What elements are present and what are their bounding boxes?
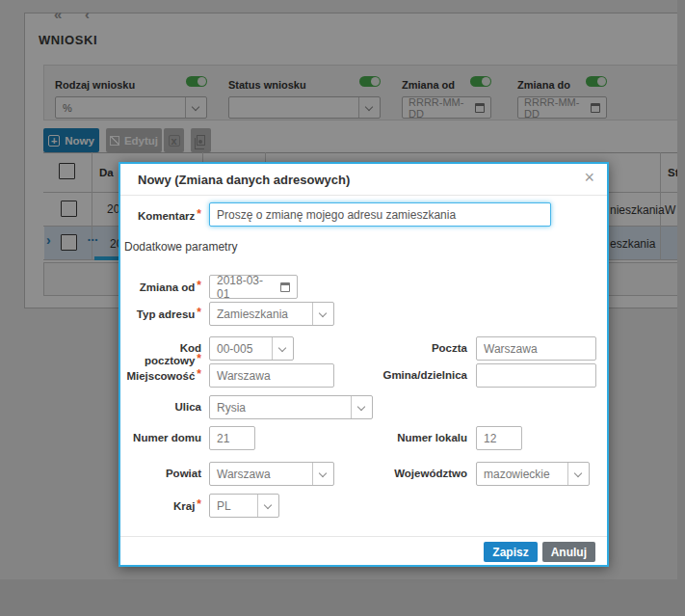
field-label-kraj: Kraj* xyxy=(120,499,201,513)
field-label-numer-domu: Numer domu xyxy=(120,432,201,443)
divider xyxy=(120,536,607,537)
field-label-numer-lokalu: Numer lokalu xyxy=(347,432,467,443)
field-label-ulica: Ulica xyxy=(120,401,201,413)
chevron-down-icon[interactable] xyxy=(351,396,372,418)
zmiana-od-date-field[interactable]: 2018-03-01 xyxy=(209,275,298,299)
gmina-input[interactable] xyxy=(476,363,596,388)
dialog-footer: Zapisz Anuluj xyxy=(484,542,595,562)
date-value: 2018-03-01 xyxy=(217,274,276,301)
field-label-miejscowosc: Miejscowość* xyxy=(120,369,201,383)
field-label-gmina: Gmina/dzielnica xyxy=(347,369,467,381)
calendar-icon[interactable] xyxy=(280,282,290,292)
field-label-poczta: Poczta xyxy=(347,342,467,354)
field-label-powiat: Powiat xyxy=(120,468,201,479)
powiat-select[interactable]: Warszawa xyxy=(209,462,334,486)
miejscowosc-input[interactable] xyxy=(209,363,334,388)
field-label-wojewodztwo: Województwo xyxy=(347,468,467,479)
chevron-down-icon[interactable] xyxy=(312,303,333,325)
numer-lokalu-input[interactable] xyxy=(476,426,522,450)
chevron-down-icon[interactable] xyxy=(257,495,278,517)
required-marker: * xyxy=(197,207,201,221)
ulica-select[interactable]: Rysia xyxy=(209,395,373,419)
select-value: mazowieckie xyxy=(477,463,567,485)
new-address-change-dialog: Nowy (Zmiana danych adresowych) × Koment… xyxy=(119,162,609,567)
required-marker: * xyxy=(197,367,201,381)
field-label-kod-pocztowy: Kod pocztowy* xyxy=(120,342,201,367)
kraj-select[interactable]: PL xyxy=(209,494,279,518)
typ-adresu-select[interactable]: Zamieszkania xyxy=(209,302,334,326)
select-value: PL xyxy=(210,495,257,517)
select-value: Zamieszkania xyxy=(210,303,312,325)
divider xyxy=(120,195,607,196)
cancel-button[interactable]: Anuluj xyxy=(542,542,595,562)
save-button[interactable]: Zapisz xyxy=(484,542,537,562)
numer-domu-input[interactable] xyxy=(209,426,255,450)
select-value: Warszawa xyxy=(210,463,312,485)
komentarz-input[interactable] xyxy=(209,202,551,227)
select-value: 00-005 xyxy=(210,337,272,360)
required-marker: * xyxy=(197,279,201,292)
select-value: Rysia xyxy=(210,396,351,418)
poczta-input[interactable] xyxy=(476,336,596,361)
field-label-komentarz: Komentarz* xyxy=(120,209,201,223)
chevron-down-icon[interactable] xyxy=(312,463,333,485)
required-marker: * xyxy=(197,352,201,365)
section-label: Dodatkowe parametry xyxy=(124,240,237,254)
app-screen: WNIOSKI Rodzaj wniosku % Status wniosku … xyxy=(0,0,685,616)
required-marker: * xyxy=(197,497,201,511)
wojewodztwo-select[interactable]: mazowieckie xyxy=(476,462,590,486)
kod-pocztowy-select[interactable]: 00-005 xyxy=(209,336,294,361)
field-label-zmiana-od: Zmiana od* xyxy=(120,281,201,294)
dialog-title: Nowy (Zmiana danych adresowych) xyxy=(138,173,350,187)
chevron-down-icon[interactable] xyxy=(272,337,293,360)
close-icon[interactable]: × xyxy=(584,168,594,188)
required-marker: * xyxy=(197,306,201,319)
chevron-down-icon[interactable] xyxy=(567,463,589,485)
field-label-typ-adresu: Typ adresu* xyxy=(120,308,201,321)
